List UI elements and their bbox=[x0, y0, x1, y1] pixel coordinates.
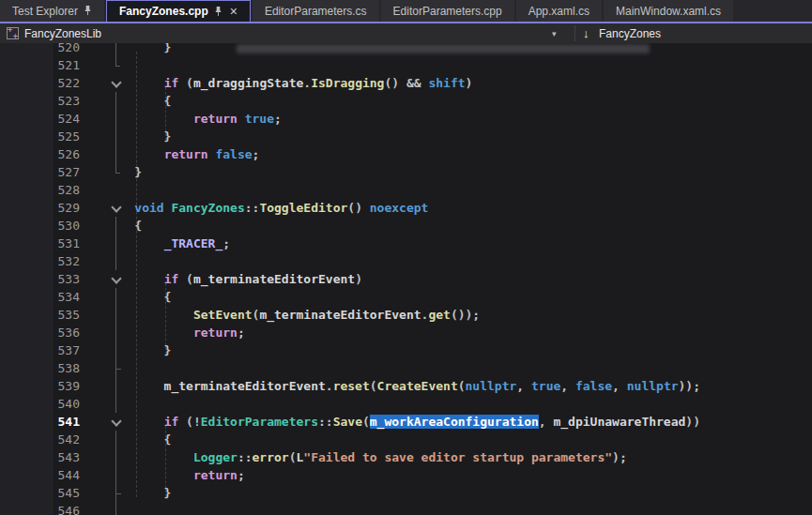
code-line-539[interactable]: 539 m_terminateEditorEvent.reset(CreateE… bbox=[0, 377, 812, 395]
navigation-bar: FancyZonesLib ▾ ↓ FancyZones bbox=[0, 23, 812, 44]
code-text: void FancyZones::ToggleEditor() noexcept bbox=[105, 199, 428, 217]
tab-mainwindow-xaml-cs[interactable]: MainWindow.xaml.cs bbox=[604, 0, 733, 22]
tab-editorparameters-cpp[interactable]: EditorParameters.cpp bbox=[381, 0, 514, 22]
cpp-project-icon bbox=[7, 27, 19, 39]
document-tab-bar: Test ExplorerFancyZones.cpp×EditorParame… bbox=[0, 0, 812, 22]
line-number: 536 bbox=[0, 324, 85, 341]
line-number: 525 bbox=[0, 128, 85, 145]
line-number: 542 bbox=[0, 431, 85, 448]
tab-label: App.xaml.cs bbox=[529, 5, 590, 18]
pin-icon bbox=[214, 7, 222, 17]
line-number: 541 bbox=[0, 413, 85, 431]
fold-guide bbox=[109, 252, 124, 270]
code-line-527[interactable]: 527 } bbox=[0, 163, 812, 181]
symbol-dropdown[interactable]: FancyZones bbox=[599, 27, 661, 40]
code-line-537[interactable]: 537 } bbox=[0, 341, 812, 359]
tab-test-explorer[interactable]: Test Explorer bbox=[0, 0, 104, 22]
code-line-534[interactable]: 534 { bbox=[0, 288, 812, 306]
code-line-536[interactable]: 536 return; bbox=[0, 324, 812, 341]
line-number: 530 bbox=[0, 217, 85, 235]
line-number: 537 bbox=[0, 341, 85, 359]
project-scope-dropdown[interactable]: FancyZonesLib bbox=[24, 27, 101, 40]
code-line-541[interactable]: 541 if (!EditorParameters::Save(m_workAr… bbox=[0, 413, 812, 431]
line-number: 522 bbox=[0, 74, 85, 92]
chevron-down-icon[interactable]: ▾ bbox=[552, 29, 557, 38]
fold-guide bbox=[109, 56, 124, 74]
line-number: 523 bbox=[0, 92, 85, 110]
code-text: _TRACER_; bbox=[105, 235, 230, 252]
pin-icon[interactable] bbox=[84, 6, 92, 16]
code-text: return; bbox=[105, 324, 245, 341]
code-text: { bbox=[105, 92, 171, 110]
code-text: } bbox=[105, 341, 171, 359]
line-number: 521 bbox=[0, 56, 85, 74]
code-editor[interactable]: 520 }521522 if (m_draggingState.IsDraggi… bbox=[0, 43, 812, 515]
code-line-525[interactable]: 525 } bbox=[0, 128, 812, 145]
line-number: 532 bbox=[0, 252, 85, 270]
line-number: 527 bbox=[0, 163, 85, 181]
line-number: 534 bbox=[0, 288, 85, 306]
code-line-520[interactable]: 520 } bbox=[0, 43, 812, 56]
code-line-540[interactable]: 540 bbox=[0, 395, 812, 413]
line-number: 539 bbox=[0, 377, 85, 395]
code-line-542[interactable]: 542 { bbox=[0, 431, 812, 448]
line-number: 538 bbox=[0, 359, 85, 377]
fold-guide bbox=[109, 359, 124, 377]
blurred-text bbox=[237, 44, 650, 53]
line-number: 540 bbox=[0, 395, 85, 413]
code-text: { bbox=[105, 217, 142, 235]
code-line-521[interactable]: 521 bbox=[0, 56, 812, 74]
fold-guide bbox=[109, 502, 124, 515]
tab-label: FancyZones.cpp bbox=[119, 5, 208, 18]
line-number: 546 bbox=[0, 502, 85, 515]
code-text: return; bbox=[105, 466, 245, 484]
code-text: } bbox=[105, 484, 171, 502]
code-line-523[interactable]: 523 { bbox=[0, 92, 812, 110]
line-number: 531 bbox=[0, 235, 85, 252]
line-number: 533 bbox=[0, 270, 85, 288]
code-line-546[interactable]: 546 bbox=[0, 502, 812, 515]
tab-fancyzones-cpp[interactable]: FancyZones.cpp× bbox=[106, 0, 251, 22]
pin-icon[interactable] bbox=[214, 7, 222, 17]
tab-label: Test Explorer bbox=[12, 5, 78, 18]
down-arrow-icon: ↓ bbox=[583, 26, 590, 40]
code-text: } bbox=[105, 128, 171, 145]
code-line-545[interactable]: 545 } bbox=[0, 484, 812, 502]
code-text: return false; bbox=[105, 145, 259, 163]
line-number: 535 bbox=[0, 306, 85, 324]
code-line-538[interactable]: 538 bbox=[0, 359, 812, 377]
code-line-535[interactable]: 535 SetEvent(m_terminateEditorEvent.get(… bbox=[0, 306, 812, 324]
tab-label: EditorParameters.cs bbox=[265, 5, 367, 18]
code-text: { bbox=[105, 288, 171, 306]
code-line-526[interactable]: 526 return false; bbox=[0, 145, 812, 163]
code-line-522[interactable]: 522 if (m_draggingState.IsDragging() && … bbox=[0, 74, 812, 92]
code-line-543[interactable]: 543 Logger::error(L"Failed to save edito… bbox=[0, 448, 812, 466]
code-text: { bbox=[105, 431, 171, 448]
line-number: 543 bbox=[0, 448, 85, 466]
code-line-533[interactable]: 533 if (m_terminateEditorEvent) bbox=[0, 270, 812, 288]
line-number: 520 bbox=[0, 43, 85, 56]
line-number: 529 bbox=[0, 199, 85, 217]
code-line-529[interactable]: 529 void FancyZones::ToggleEditor() noex… bbox=[0, 199, 812, 217]
code-text: } bbox=[105, 163, 142, 181]
selected-text: m_workAreaConfiguration bbox=[370, 415, 539, 429]
code-line-532[interactable]: 532 bbox=[0, 252, 812, 270]
tab-app-xaml-cs[interactable]: App.xaml.cs bbox=[516, 0, 602, 22]
line-number: 526 bbox=[0, 145, 85, 163]
tab-editorparameters-cs[interactable]: EditorParameters.cs bbox=[253, 0, 379, 22]
code-lines: 520 }521522 if (m_draggingState.IsDraggi… bbox=[0, 43, 812, 515]
code-text: m_terminateEditorEvent.reset(CreateEvent… bbox=[105, 377, 700, 395]
tab-label: EditorParameters.cpp bbox=[393, 5, 502, 18]
line-number: 545 bbox=[0, 484, 85, 502]
code-line-524[interactable]: 524 return true; bbox=[0, 110, 812, 128]
line-number: 544 bbox=[0, 466, 85, 484]
code-line-528[interactable]: 528 bbox=[0, 181, 812, 199]
close-icon[interactable]: × bbox=[230, 5, 237, 18]
line-number: 528 bbox=[0, 181, 85, 199]
code-line-530[interactable]: 530 { bbox=[0, 217, 812, 235]
code-text: return true; bbox=[105, 110, 282, 128]
code-line-544[interactable]: 544 return; bbox=[0, 466, 812, 484]
code-text: } bbox=[105, 43, 650, 56]
code-text: if (m_draggingState.IsDragging() && shif… bbox=[105, 74, 472, 92]
code-line-531[interactable]: 531 _TRACER_; bbox=[0, 235, 812, 252]
